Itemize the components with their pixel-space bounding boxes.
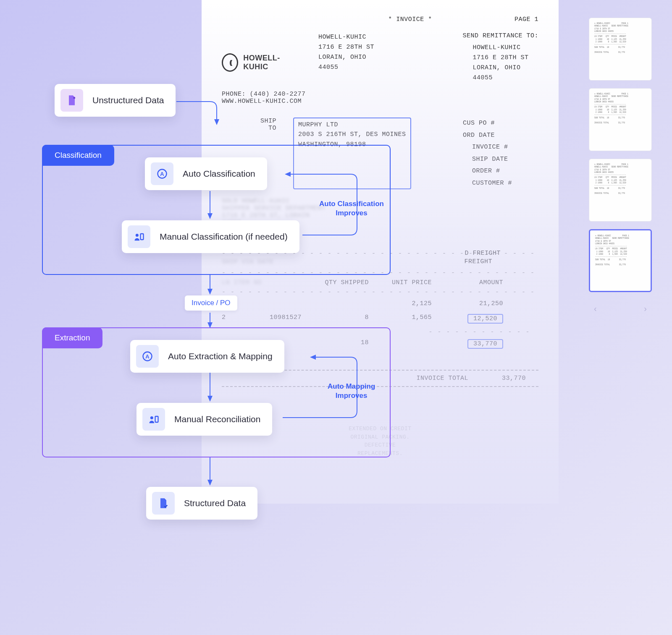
- thumbnail[interactable]: ⊙ HOWELL-KUHIC PAGE 1 HOWELL-KUHIC SEND …: [589, 88, 652, 151]
- company-logo: ((( HOWELL-KUHIC: [222, 42, 297, 83]
- line-amount: 21,250: [432, 300, 503, 307]
- company-address: HOWELL-KUHIC 1716 E 28TH ST LORAIN, OHIO…: [318, 32, 374, 83]
- invoice-title: * INVOICE *: [306, 16, 514, 23]
- manual-classification-card: Manual Classification (if needed): [122, 220, 299, 253]
- invoice-total-amount: 33,770: [502, 375, 526, 382]
- line-amount-highlight: 12,520: [467, 314, 503, 324]
- meta-ord-date: ORD DATE: [463, 130, 538, 142]
- subtotal-amount-highlight: 33,770: [467, 339, 503, 349]
- meta-cus-po: CUS PO #: [463, 118, 538, 130]
- company-name: HOWELL-KUHIC: [243, 54, 297, 71]
- invoice-total-label: INVOICE TOTAL: [416, 375, 468, 382]
- thumbnail[interactable]: ⊙ HOWELL-KUHIC PAGE 1 HOWELL-KUHIC SEND …: [589, 18, 652, 81]
- remittance-address: HOWELL-KUHIC 1716 E 28TH ST LORAIN, OHIO…: [472, 43, 538, 83]
- svg-text:A: A: [145, 353, 149, 360]
- svg-point-3: [136, 234, 139, 237]
- svg-point-0: [74, 97, 76, 99]
- document-check-icon: [152, 492, 175, 515]
- manual-reconciliation-card: Manual Reconciliation: [136, 403, 272, 436]
- structured-data-card: Structured Data: [146, 487, 257, 520]
- page-label: PAGE 1: [514, 16, 538, 23]
- manual-icon: [142, 408, 165, 431]
- svg-rect-8: [155, 416, 158, 422]
- meta-order-no: ORDER #: [472, 165, 538, 178]
- freight-line-1: D FREIGHT: [465, 250, 501, 257]
- col-amount: AMOUNT: [432, 279, 503, 286]
- thumbnail[interactable]: ⊙ HOWELL-KUHIC PAGE 1 HOWELL-KUHIC SEND …: [589, 159, 652, 222]
- next-thumbnail-icon[interactable]: ›: [644, 304, 647, 314]
- meta-ship-date: SHIP DATE: [472, 154, 538, 166]
- card-label: Auto Classification: [183, 169, 255, 179]
- classification-feedback-label: Auto Classification Improves: [319, 199, 384, 218]
- card-label: Auto Extraction & Mapping: [168, 351, 273, 361]
- classification-tab: Classification: [42, 145, 114, 166]
- prev-thumbnail-icon[interactable]: ‹: [594, 304, 597, 314]
- thumbnail-selected[interactable]: ⊙ HOWELL-KUHIC PAGE 1 HOWELL-KUHIC SEND …: [589, 229, 652, 292]
- auto-classification-card: A Auto Classification: [145, 157, 267, 190]
- card-label: Structured Data: [184, 498, 246, 508]
- meta-invoice-no: INVOICE #: [472, 141, 538, 154]
- meta-customer-no: CUSTOMER #: [472, 178, 538, 190]
- logo-mark-icon: (((: [222, 53, 238, 72]
- thumbnail-nav: ‹ ›: [589, 304, 652, 314]
- tab-label: Classification: [55, 151, 102, 159]
- auto-extraction-card: A Auto Extraction & Mapping: [130, 340, 284, 373]
- svg-text:A: A: [160, 171, 164, 177]
- manual-icon: [128, 225, 150, 248]
- document-icon: [60, 89, 83, 112]
- card-label: Manual Classification (if needed): [160, 232, 288, 242]
- auto-icon: A: [151, 162, 173, 185]
- unstructured-data-card: Unstructured Data: [55, 84, 176, 117]
- card-label: Manual Reconciliation: [174, 414, 260, 424]
- invoice-po-pill: Invoice / PO: [185, 295, 237, 311]
- flow-diagram: Unstructured Data Classification A Auto …: [42, 84, 412, 554]
- auto-icon: A: [136, 345, 159, 368]
- extraction-tab: Extraction: [42, 327, 102, 348]
- card-label: Unstructured Data: [92, 95, 164, 105]
- thumbnail-strip: ⊙ HOWELL-KUHIC PAGE 1 HOWELL-KUHIC SEND …: [589, 18, 652, 314]
- tab-label: Extraction: [55, 333, 90, 342]
- pill-label: Invoice / PO: [192, 299, 231, 307]
- svg-point-7: [150, 416, 153, 419]
- svg-rect-4: [141, 234, 144, 240]
- extraction-feedback-label: Auto Mapping Improves: [328, 382, 375, 400]
- remittance-label: SEND REMITTANCE TO:: [462, 32, 538, 39]
